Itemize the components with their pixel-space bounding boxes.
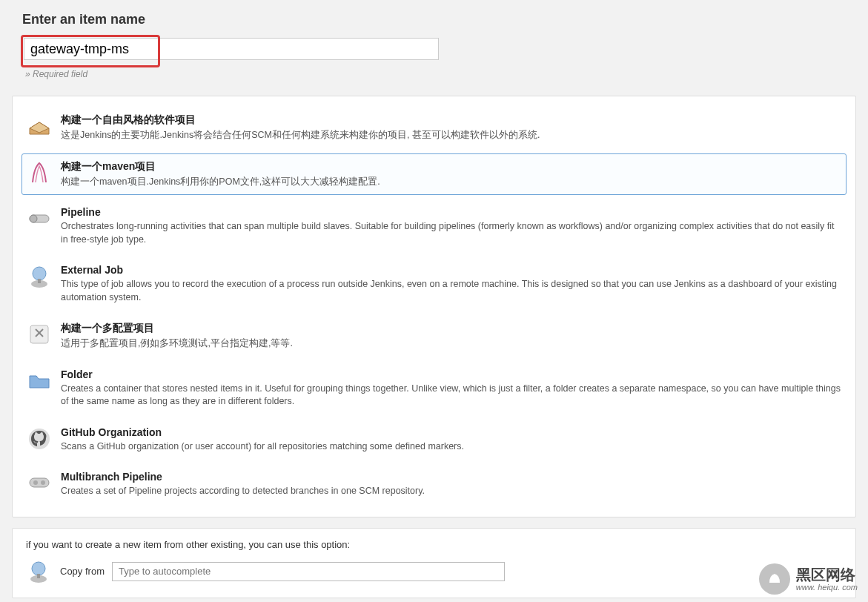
svg-point-11 xyxy=(41,480,45,485)
svg-rect-14 xyxy=(37,574,40,578)
svg-rect-4 xyxy=(38,279,41,283)
type-desc: This type of job allows you to record th… xyxy=(61,278,841,304)
type-desc: 适用于多配置项目,例如多环境测试,平台指定构建,等等. xyxy=(61,337,841,351)
watermark-icon xyxy=(759,563,790,595)
type-maven[interactable]: 构建一个maven项目 构建一个maven项目.Jenkins利用你的POM文件… xyxy=(21,153,847,196)
type-desc: Creates a container that stores nested i… xyxy=(61,383,841,408)
type-title: External Job xyxy=(61,264,841,276)
svg-point-10 xyxy=(33,480,38,485)
type-desc: 这是Jenkins的主要功能.Jenkins将会结合任何SCM和任何构建系统来构… xyxy=(61,129,841,142)
svg-rect-5 xyxy=(30,325,48,343)
type-pipeline[interactable]: Pipeline Orchestrates long-running activ… xyxy=(21,199,847,253)
type-external[interactable]: External Job This type of job allows you… xyxy=(21,257,847,311)
required-field-label: » Required field xyxy=(25,69,856,79)
type-title: 构建一个多配置项目 xyxy=(61,322,841,335)
svg-point-2 xyxy=(33,267,46,280)
copy-from-label: Copy from xyxy=(60,566,105,577)
type-title: 构建一个自由风格的软件项目 xyxy=(61,113,841,127)
matrix-icon xyxy=(27,322,52,347)
type-title: GitHub Organization xyxy=(61,426,841,438)
watermark: 黑区网络 www. heiqu. com xyxy=(759,563,858,595)
svg-rect-1 xyxy=(30,215,37,222)
copy-intro-label: if you want to create a new item from ot… xyxy=(26,539,842,550)
type-desc: Creates a set of Pipeline projects accor… xyxy=(61,485,841,498)
external-job-icon xyxy=(27,264,52,289)
copy-from-panel: if you want to create a new item from ot… xyxy=(12,528,856,598)
type-desc: 构建一个maven项目.Jenkins利用你的POM文件,这样可以大大减轻构建配… xyxy=(61,176,841,189)
type-title: 构建一个maven项目 xyxy=(61,160,841,173)
pipeline-icon xyxy=(27,206,52,231)
type-title: Multibranch Pipeline xyxy=(61,471,841,483)
github-icon xyxy=(27,426,52,452)
type-multibranch[interactable]: Multibranch Pipeline Creates a set of Pi… xyxy=(21,464,847,505)
type-desc: Scans a GitHub organization (or user acc… xyxy=(61,440,841,454)
copy-icon xyxy=(26,559,51,584)
type-matrix[interactable]: 构建一个多配置项目 适用于多配置项目,例如多环境测试,平台指定构建,等等. xyxy=(21,315,847,357)
svg-point-12 xyxy=(32,562,45,575)
copy-from-input[interactable] xyxy=(112,562,505,581)
maven-icon xyxy=(27,160,52,185)
type-freestyle[interactable]: 构建一个自由风格的软件项目 这是Jenkins的主要功能.Jenkins将会结合… xyxy=(21,107,847,149)
watermark-line1: 黑区网络 xyxy=(796,566,858,583)
svg-rect-9 xyxy=(30,478,49,487)
type-folder[interactable]: Folder Creates a container that stores n… xyxy=(21,362,847,415)
watermark-line2: www. heiqu. com xyxy=(796,583,858,592)
freestyle-icon xyxy=(27,113,52,139)
type-github-org[interactable]: GitHub Organization Scans a GitHub organ… xyxy=(21,420,847,460)
item-types-panel: 构建一个自由风格的软件项目 这是Jenkins的主要功能.Jenkins将会结合… xyxy=(12,96,856,517)
type-title: Pipeline xyxy=(61,206,841,218)
item-name-input[interactable] xyxy=(24,38,439,60)
type-desc: Orchestrates long-running activities tha… xyxy=(61,220,841,246)
multibranch-icon xyxy=(27,471,52,496)
folder-icon xyxy=(27,368,52,394)
page-title: Enter an item name xyxy=(22,12,856,27)
type-title: Folder xyxy=(61,368,841,380)
